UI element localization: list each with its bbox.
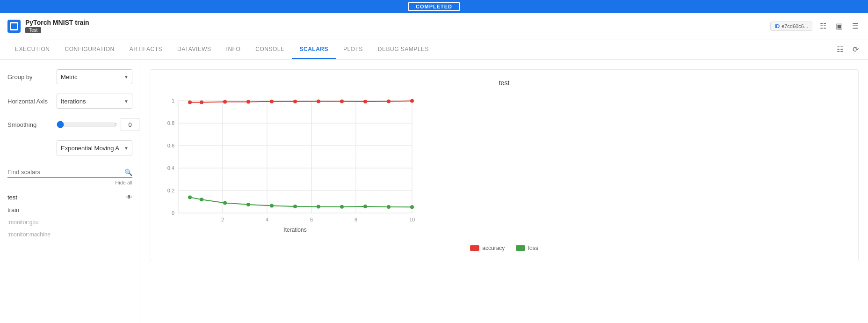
legend-accuracy-color [470,245,479,251]
scalar-label-test: test [7,194,17,201]
find-scalars-row: 🔍 [7,167,132,178]
loss-dot [188,195,192,199]
eye-icon-test[interactable]: 👁 [126,194,132,201]
legend-accuracy-label: accuracy [482,245,505,251]
svg-text:0.6: 0.6 [167,143,174,148]
tab-scalars[interactable]: SCALARS [292,40,336,59]
accuracy-dot [200,101,203,104]
main-content: Group by Metric None ▼ Horizontal Axis I… [0,60,868,323]
chart-title: test [155,79,854,87]
group-by-select[interactable]: Metric None [57,69,132,84]
accuracy-dot [188,101,192,104]
text-view-icon[interactable]: ☷ [818,20,828,32]
sidebar: Group by Metric None ▼ Horizontal Axis I… [0,60,140,323]
group-by-row: Group by Metric None ▼ [7,69,132,84]
smoothing-controls [57,118,139,131]
tab-artifacts[interactable]: ARTIFACTS [122,40,170,59]
loss-dot [340,205,344,209]
tab-debug-samples[interactable]: DEBUG SAMPLES [370,40,436,59]
loss-dot [246,203,250,206]
horizontal-axis-select[interactable]: Iterations Time Epoch [57,94,132,109]
scalar-item-train[interactable]: train [7,204,132,216]
loss-dot [363,205,367,208]
smoothing-slider[interactable] [57,121,117,128]
loss-dot [317,205,320,209]
menu-icon[interactable]: ☰ [850,20,861,32]
scalar-item-monitor-gpu[interactable]: :monitor:gpu [7,216,132,228]
scalar-label-train: train [7,206,19,213]
horizontal-axis-dropdown-wrapper: Iterations Time Epoch ▼ [57,94,132,109]
tab-plots[interactable]: PLOTS [336,40,370,59]
hide-all-button[interactable]: Hide all [7,180,132,185]
ema-dropdown-wrapper: Exponential Moving Av... None ▼ [57,140,132,155]
tab-execution[interactable]: EXECUTION [7,40,58,59]
tab-console[interactable]: CONSOLE [248,40,292,59]
svg-text:0.8: 0.8 [167,120,174,126]
tab-dataviews[interactable]: DATAVIEWS [170,40,219,59]
svg-text:Iterations: Iterations [283,227,306,233]
nav-tabs: EXECUTION CONFIGURATION ARTIFACTS DATAVI… [0,39,868,60]
refresh-icon[interactable]: ⟳ [851,43,861,56]
id-value: e7cd60c6... [781,23,808,29]
accuracy-dot [270,100,274,103]
svg-text:0.2: 0.2 [167,188,174,193]
layout-icon[interactable]: ▣ [834,20,845,32]
svg-text:0: 0 [172,210,174,216]
accuracy-dot [246,100,250,103]
tab-configuration[interactable]: CONFIGURATION [58,40,122,59]
status-badge: COMPLETED [408,2,460,11]
legend-loss-label: loss [528,245,538,251]
loss-dot [387,205,391,209]
scalar-item-monitor-machine[interactable]: :monitor:machine [7,228,132,241]
ema-select[interactable]: Exponential Moving Av... None [57,140,132,155]
ema-row: Exponential Moving Av... None ▼ [7,140,132,155]
svg-text:6: 6 [310,217,313,222]
legend-loss-color [516,245,525,251]
id-badge: ID e7cd60c6... [770,22,812,31]
top-status-bar: COMPLETED [0,0,868,13]
nav-right-icons: ☷ ⟳ [835,43,861,56]
app-title: PyTorch MNIST train [25,19,89,26]
title-section: PyTorch MNIST train Test [25,19,89,33]
find-scalars-input[interactable] [7,167,124,177]
chart-legend: accuracy loss [155,245,854,251]
app-icon-inner [10,22,18,30]
loss-dot [200,198,203,201]
accuracy-dot [387,100,391,103]
svg-text:0.4: 0.4 [167,165,174,171]
accuracy-dot [363,100,367,103]
scalar-label-monitor-gpu: :monitor:gpu [7,219,39,226]
svg-text:10: 10 [409,217,415,222]
svg-text:2: 2 [221,217,224,222]
group-by-dropdown-wrapper: Metric None ▼ [57,69,132,84]
loss-dot [270,204,274,207]
scalar-list: test 👁 train :monitor:gpu :monitor:machi… [7,191,132,241]
svg-text:8: 8 [354,217,357,222]
tab-info[interactable]: INFO [219,40,248,59]
legend-loss: loss [516,245,538,251]
scalar-item-test[interactable]: test 👁 [7,191,132,204]
horizontal-axis-label: Horizontal Axis [7,98,52,105]
chart-area: test [140,60,868,323]
loss-dot [223,201,227,205]
svg-text:1: 1 [172,98,174,103]
accuracy-dot [410,99,414,103]
accuracy-dot [293,100,297,103]
app-icon [7,20,21,33]
header: PyTorch MNIST train Test ID e7cd60c6... … [0,13,868,39]
accuracy-dot [340,100,344,103]
id-key: ID [774,23,780,29]
list-view-icon[interactable]: ☷ [835,43,845,56]
smoothing-row: Smoothing [7,118,132,131]
smoothing-label: Smoothing [7,121,52,128]
scalars-chart: 1 0.8 0.6 0.4 0.2 0 2 4 6 8 10 [155,91,421,241]
accuracy-dot [317,100,320,103]
header-left: PyTorch MNIST train Test [7,19,89,33]
legend-accuracy: accuracy [470,245,505,251]
search-icon[interactable]: 🔍 [124,169,132,176]
smoothing-value-input[interactable] [121,118,139,131]
project-badge: Test [25,27,41,33]
svg-text:4: 4 [266,217,268,222]
horizontal-axis-row: Horizontal Axis Iterations Time Epoch ▼ [7,94,132,109]
chart-container: test [150,69,859,261]
